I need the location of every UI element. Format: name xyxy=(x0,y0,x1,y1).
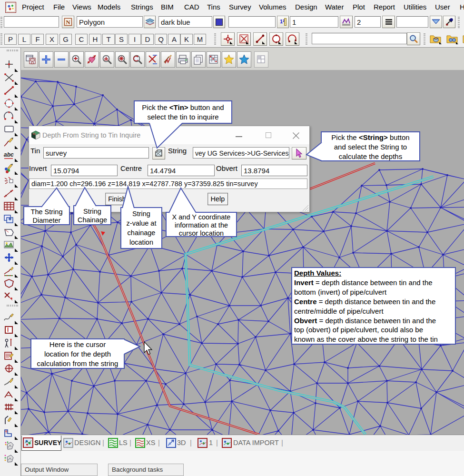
svg-text:abc: abc xyxy=(4,151,14,158)
svg-text:N: N xyxy=(66,19,70,26)
svg-text:12: 12 xyxy=(32,132,36,135)
svg-text:I: I xyxy=(7,327,9,333)
